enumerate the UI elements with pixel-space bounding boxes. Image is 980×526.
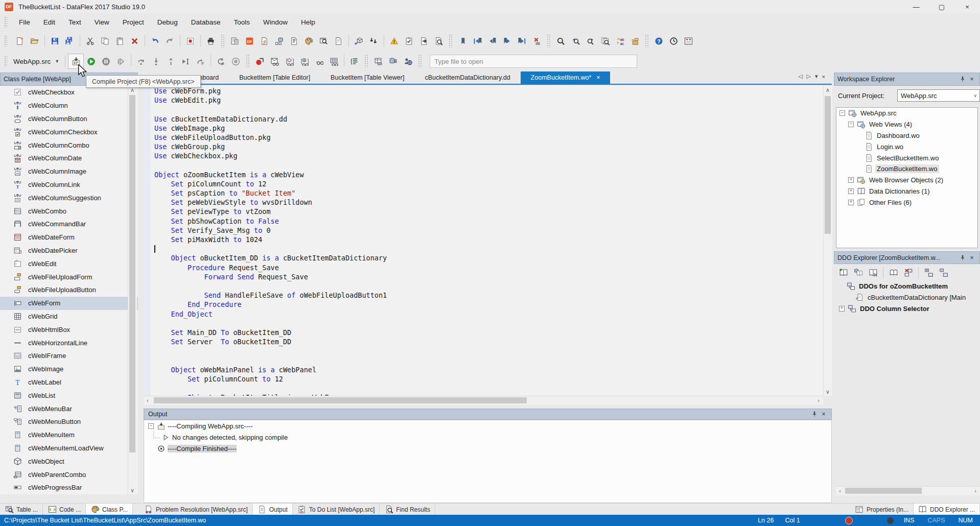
palette-item[interactable]: TcWebLabel — [0, 376, 138, 389]
palette-item[interactable]: cWebGrid — [0, 310, 138, 323]
scroll-left-icon[interactable]: ‹ — [836, 487, 844, 495]
help-icon[interactable]: ? — [651, 34, 666, 48]
pause-icon[interactable] — [99, 54, 113, 68]
watch-web-icon[interactable]: [] — [297, 54, 312, 68]
scroll-right-icon[interactable]: › — [971, 487, 979, 495]
bottom-tab-properties-in[interactable]: Properties (In... — [850, 504, 914, 515]
palette-item[interactable]: TcWebColumnLink — [0, 178, 138, 192]
ddo-add-icon[interactable] — [836, 266, 851, 280]
palette-item[interactable]: cWebProgressBar — [0, 481, 138, 494]
menu-database[interactable]: Database — [184, 13, 227, 31]
database-builder-icon[interactable] — [272, 34, 287, 48]
editor-hscrollbar[interactable]: ‹ › — [144, 396, 823, 405]
palette-item[interactable]: cWebObject — [0, 455, 138, 468]
bottom-tab-to-do-list-webapp-src[interactable]: To Do List [WebApp.src] — [293, 504, 380, 515]
debug-status-icon[interactable] — [887, 517, 894, 524]
ddo-delete-icon[interactable] — [866, 266, 880, 280]
dataflex-icon[interactable]: DF — [242, 34, 257, 48]
table-explorer-icon[interactable] — [371, 54, 386, 68]
delete-icon[interactable] — [127, 34, 142, 48]
scrollbar-thumb[interactable] — [845, 488, 922, 494]
bottom-tab-table[interactable]: Table ... — [0, 504, 43, 515]
redo-icon[interactable] — [162, 34, 177, 48]
refactor-icon[interactable] — [257, 34, 272, 48]
output-line[interactable]: ----Compile Finished---- — [144, 443, 831, 454]
save-icon[interactable] — [48, 34, 62, 48]
close-tab-icon[interactable]: × — [596, 74, 600, 81]
editor-vscrollbar[interactable]: ∧ ∨ — [823, 86, 832, 396]
workspace-tree-item[interactable]: SelectBucketItem.wo — [836, 152, 977, 163]
code-editor[interactable]: Use cWebForm.pkgUse cWebEdit.pkg Use cBu… — [144, 86, 832, 396]
step-into-icon[interactable] — [149, 54, 164, 68]
find-file-icon[interactable] — [431, 34, 446, 48]
bookmark-next-icon[interactable] — [500, 34, 515, 48]
report-wizard-icon[interactable] — [227, 34, 242, 48]
bookmark-clear-icon[interactable] — [529, 34, 544, 48]
palette-item[interactable]: cWebFileUploadForm — [0, 270, 138, 283]
bookmark-toggle-icon[interactable] — [455, 34, 470, 48]
export-source-icon[interactable] — [416, 34, 431, 48]
breakpoint-icon[interactable] — [252, 54, 267, 68]
palette-item[interactable]: cWebColumnSuggestion — [0, 191, 138, 204]
collapse-icon[interactable]: − — [148, 423, 154, 429]
bottom-tab-problem-resolution-webapp-src[interactable]: Problem Resolution [WebApp.src] — [139, 504, 253, 515]
menu-debug[interactable]: Debug — [151, 13, 184, 31]
watch-local-icon[interactable]: [] — [282, 54, 297, 68]
scroll-tabs-left-icon[interactable]: ◁ — [798, 73, 802, 80]
expand-icon[interactable]: + — [848, 188, 854, 194]
record-macro-icon[interactable] — [183, 34, 198, 48]
expand-icon[interactable]: + — [848, 177, 854, 183]
find-icon[interactable] — [553, 34, 568, 48]
pin-icon[interactable] — [810, 411, 819, 418]
scrollbar-thumb[interactable] — [825, 96, 831, 234]
workspace-tree-item[interactable]: −WebApp.src — [836, 108, 977, 119]
palette-item[interactable]: cWebDateForm — [0, 231, 138, 244]
server-status-icon[interactable] — [845, 517, 853, 524]
ddo-tree-item[interactable]: cBucketItemDataDictionary [Main — [836, 292, 980, 303]
palette-item[interactable]: <>cWebIFrame — [0, 349, 138, 363]
styler-icon[interactable] — [301, 34, 316, 48]
menu-window[interactable]: Window — [256, 13, 294, 31]
close-icon[interactable]: × — [819, 411, 828, 418]
editor-tab-4[interactable]: cBucketItemDataDictionary.dd — [414, 71, 520, 84]
stop-icon[interactable] — [228, 54, 243, 68]
bottom-tab-find-results[interactable]: Find Results — [380, 504, 435, 515]
tab-list-icon[interactable]: ▾ — [815, 73, 818, 80]
close-icon[interactable]: × — [967, 254, 976, 261]
menu-edit[interactable]: Edit — [37, 13, 62, 31]
minimize-button[interactable]: — — [903, 0, 929, 13]
palette-item[interactable]: cWebParentCombo — [0, 468, 138, 481]
bottom-tab-output[interactable]: Output — [253, 504, 293, 515]
find-in-files-icon[interactable] — [598, 34, 613, 48]
workspace-tree-item[interactable]: −Web Views (4) — [836, 119, 977, 130]
palette-item[interactable]: cWebList — [0, 389, 138, 402]
toolbar-grip[interactable] — [4, 35, 7, 46]
scroll-up-icon[interactable]: ∧ — [824, 86, 832, 94]
current-project-dropdown[interactable]: WebApp.src ∨ — [897, 89, 980, 102]
ddo-open-icon[interactable] — [886, 266, 901, 280]
step-icon[interactable] — [113, 54, 128, 68]
palette-item[interactable]: cWebFileUploadButton — [0, 283, 138, 297]
palette-item[interactable]: cWebForm — [0, 297, 138, 310]
object-browser-icon[interactable] — [352, 34, 366, 48]
find-next-icon[interactable] — [583, 34, 598, 48]
class-palette-scrollbar[interactable]: ∧ ∨ — [128, 86, 137, 494]
menu-project[interactable]: Project — [116, 13, 151, 31]
bookmark-prev-icon[interactable] — [485, 34, 500, 48]
collapse-icon[interactable]: − — [839, 110, 845, 116]
inspect-variables-icon[interactable] — [312, 54, 326, 68]
palette-item[interactable]: cWebColumnDate — [0, 152, 138, 165]
toolbar-grip[interactable] — [4, 56, 7, 67]
menu-help[interactable]: Help — [294, 13, 322, 31]
output-line[interactable]: No changes detected, skipping compile — [144, 432, 831, 443]
workspace-tree-item[interactable]: +Other Files (6) — [836, 197, 977, 208]
bottom-tab-class-p[interactable]: Class P... — [86, 504, 133, 515]
close-document-icon[interactable]: × — [822, 74, 825, 80]
expand-icon[interactable]: + — [848, 200, 854, 205]
about-icon[interactable] — [666, 34, 681, 48]
palette-item[interactable]: cWebColumnButton — [0, 112, 138, 126]
call-stack-icon[interactable] — [347, 54, 362, 68]
debug-output-icon[interactable] — [267, 54, 282, 68]
palette-item[interactable]: cWebHorizontalLine — [0, 336, 138, 349]
preview-window-icon[interactable] — [316, 34, 331, 48]
